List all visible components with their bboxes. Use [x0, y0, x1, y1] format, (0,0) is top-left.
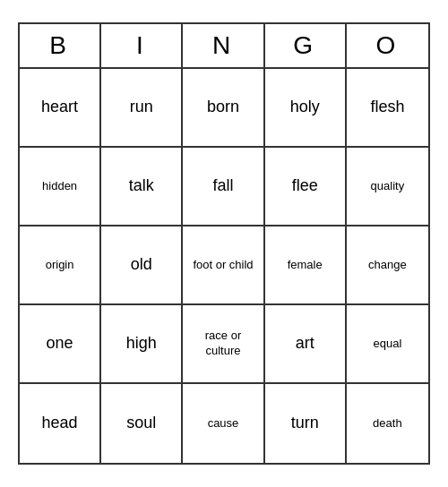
header-letter-o: O	[347, 24, 428, 67]
bingo-cell-19: equal	[347, 305, 428, 384]
bingo-cell-2: born	[183, 69, 264, 148]
bingo-cell-23: turn	[265, 384, 347, 463]
header-letter-g: G	[265, 24, 347, 67]
bingo-cell-16: high	[101, 305, 183, 384]
bingo-cell-7: fall	[183, 148, 264, 226]
bingo-cell-21: soul	[101, 384, 183, 463]
bingo-cell-4: flesh	[347, 69, 428, 148]
bingo-cell-13: female	[265, 226, 347, 305]
bingo-cell-1: run	[101, 69, 183, 148]
bingo-cell-6: talk	[101, 148, 183, 226]
bingo-cell-12: foot or child	[183, 226, 264, 305]
bingo-cell-9: quality	[347, 148, 428, 226]
bingo-cell-15: one	[20, 305, 101, 384]
bingo-cell-10: origin	[20, 226, 101, 305]
bingo-cell-17: race or culture	[183, 305, 264, 384]
bingo-cell-8: flee	[265, 148, 347, 226]
bingo-cell-0: heart	[20, 69, 101, 148]
header-letter-i: I	[101, 24, 183, 67]
bingo-cell-5: hidden	[20, 148, 101, 226]
bingo-cell-3: holy	[265, 69, 347, 148]
bingo-cell-18: art	[265, 305, 347, 384]
bingo-cell-20: head	[20, 384, 101, 463]
bingo-grid: heartrunbornholyfleshhiddentalkfallfleeq…	[18, 67, 430, 465]
bingo-cell-14: change	[347, 226, 428, 305]
header-letter-n: N	[183, 24, 264, 67]
bingo-header: BINGO	[18, 22, 430, 67]
bingo-card: BINGO heartrunbornholyfleshhiddentalkfal…	[18, 22, 430, 465]
bingo-cell-22: cause	[183, 384, 264, 463]
bingo-cell-11: old	[101, 226, 183, 305]
bingo-cell-24: death	[347, 384, 428, 463]
header-letter-b: B	[20, 24, 101, 67]
